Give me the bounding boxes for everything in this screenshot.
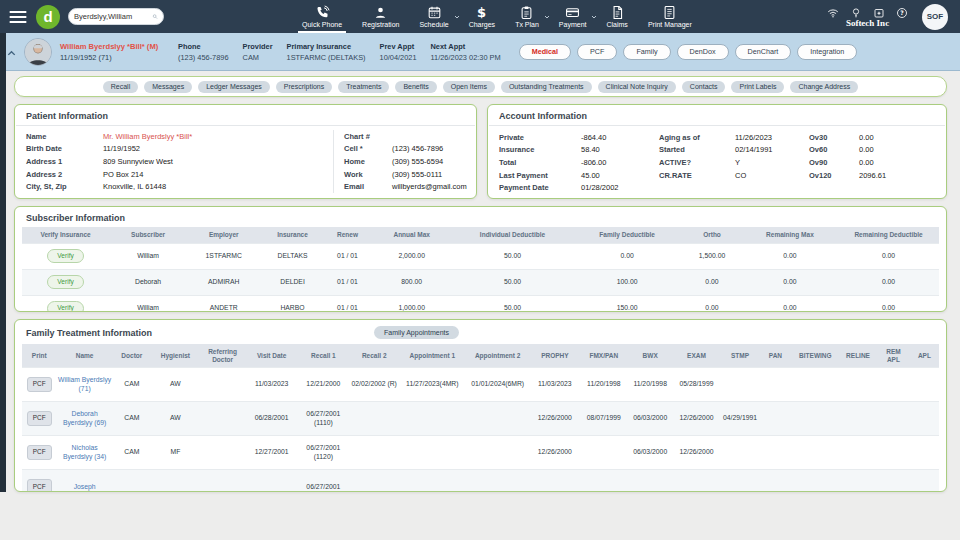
table-cell [910, 402, 939, 436]
column-header-recall-1: Recall 1 [298, 344, 349, 368]
action-button-ledger-messages[interactable]: Ledger Messages [198, 81, 270, 93]
pill-integration[interactable]: Integration [797, 44, 857, 60]
table-row[interactable]: PCFJoseph06/27/2001 [22, 470, 939, 493]
kv-label: Aging as of [659, 133, 735, 142]
patient-name-link[interactable]: Joseph [74, 483, 96, 490]
table-cell [839, 402, 877, 436]
nav-item-quick-phone[interactable]: Quick Phone [292, 0, 352, 33]
table-cell: 12/27/2001 [245, 436, 298, 470]
table-cell: 12/26/2000 [672, 436, 721, 470]
patient-name-link[interactable]: Nicholas Byerdslyy (34) [63, 444, 106, 460]
claims-icon [610, 5, 625, 20]
table-cell [151, 470, 200, 493]
table-cell [877, 368, 910, 402]
table-cell: 800.00 [370, 269, 453, 295]
column-header-rem-apl: REM APL [877, 344, 910, 368]
pill-denchart[interactable]: DenChart [735, 44, 792, 60]
table-cell [465, 436, 530, 470]
pcf-print-button[interactable]: PCF [27, 411, 52, 427]
column-header-reline: RELINE [839, 344, 877, 368]
action-button-outstanding-treatments[interactable]: Outstanding Treatments [501, 81, 592, 93]
pill-pcf[interactable]: PCF [577, 44, 617, 60]
action-button-benefits[interactable]: Benefits [395, 81, 436, 93]
table-cell: DELDEI [260, 269, 324, 295]
pill-dendox[interactable]: DenDox [677, 44, 729, 60]
table-row[interactable]: PCFWilliam Byerdslyy (71)CAMAW11/03/2023… [22, 368, 939, 402]
table-cell: 1STFARMC [187, 243, 260, 269]
pcf-print-button[interactable]: PCF [27, 445, 52, 461]
action-button-contacts[interactable]: Contacts [682, 81, 726, 93]
nav-item-payment[interactable]: Payment [549, 0, 597, 33]
column-header-renew: Renew [325, 227, 371, 243]
inbox-plus-icon[interactable] [873, 5, 885, 17]
pill-medical[interactable]: Medical [519, 44, 571, 60]
table-cell [245, 470, 298, 493]
person-icon [373, 5, 388, 20]
user-avatar[interactable]: SOF [922, 4, 948, 30]
action-button-messages[interactable]: Messages [144, 81, 192, 93]
help-icon[interactable]: ? [896, 5, 908, 17]
action-button-prescriptions[interactable]: Prescriptions [276, 81, 332, 93]
patient-info-work: Work(309) 555-0111 [344, 168, 476, 181]
table-cell [792, 368, 839, 402]
action-button-clinical-note-inquiry[interactable]: Clinical Note Inquiry [598, 81, 676, 93]
patient-name-link[interactable]: William Byerdslyy (71) [58, 376, 111, 392]
account-field-private: Private-864.40 [499, 131, 659, 144]
patient-info-address-2: Address 2PO Box 214 [26, 168, 333, 181]
table-cell: 0.00 [838, 243, 939, 269]
table-cell: 100.00 [572, 269, 682, 295]
table-cell: 50.00 [453, 269, 572, 295]
table-row[interactable]: VerifyWilliamANDETRHARBO01 / 011,000.005… [22, 295, 939, 312]
table-row[interactable]: PCFNicholas Byerdslyy (34)CAMMF12/27/200… [22, 436, 939, 470]
table-row[interactable]: VerifyWilliam1STFARMCDELTAKS01 / 012,000… [22, 243, 939, 269]
table-cell: 1,000.00 [370, 295, 453, 312]
patient-search[interactable] [68, 8, 164, 25]
table-row[interactable]: VerifyDeborahADMIRAHDELDEI01 / 01800.005… [22, 269, 939, 295]
nav-items: Quick PhoneRegistrationSchedule$ChargesT… [292, 0, 702, 33]
action-button-recall[interactable]: Recall [103, 81, 138, 93]
action-button-change-address[interactable]: Change Address [790, 81, 858, 93]
table-cell [792, 436, 839, 470]
table-cell [672, 470, 721, 493]
hamburger-icon[interactable] [8, 9, 28, 25]
nav-item-claims[interactable]: Claims [596, 0, 637, 33]
table-cell: AW [151, 402, 200, 436]
verify-button[interactable]: Verify [47, 275, 84, 290]
kv-label: City, St, Zip [26, 182, 103, 191]
pcf-print-button[interactable]: PCF [27, 479, 52, 492]
family-appointments-button[interactable]: Family Appointments [374, 326, 459, 339]
pcf-print-button[interactable]: PCF [27, 377, 52, 393]
bulb-icon[interactable] [850, 5, 862, 17]
kv-value: (123) 456-7896 [392, 144, 443, 153]
kv-value[interactable]: Mr. William Byerdslyy *Bill* [103, 132, 192, 141]
column-header-bitewing: BITEWING [792, 344, 839, 368]
action-button-print-labels[interactable]: Print Labels [731, 81, 784, 93]
action-button-open-items[interactable]: Open Items [443, 81, 495, 93]
kv-value: 02/14/1991 [735, 145, 773, 154]
nav-item-print-manager[interactable]: Print Manager [638, 0, 702, 33]
search-input[interactable] [74, 12, 152, 21]
nav-item-charges[interactable]: $Charges [459, 0, 505, 33]
nav-item-tx-plan[interactable]: Tx Plan [505, 0, 549, 33]
patient-info-cell: Cell *(123) 456-7896 [344, 143, 476, 156]
kv-value: 11/26/2023 [735, 133, 772, 142]
table-cell [910, 436, 939, 470]
table-cell: 0.00 [682, 295, 742, 312]
patient-field-next-appt: Next Appt11/26/2023 02:30 PM [431, 42, 501, 62]
nav-item-schedule[interactable]: Schedule [409, 0, 458, 33]
action-button-treatments[interactable]: Treatments [338, 81, 389, 93]
verify-button[interactable]: Verify [47, 249, 84, 264]
patient-identity[interactable]: William Byerdslyy *Bill* (M) 11/19/1952 … [60, 42, 178, 62]
status-group: ? Softech Inc [827, 5, 908, 28]
chevron-up-icon[interactable] [6, 45, 20, 59]
patient-name-link[interactable]: Deborah Byerdslyy (69) [63, 410, 106, 426]
pill-family[interactable]: Family [623, 44, 670, 60]
nav-item-registration[interactable]: Registration [352, 0, 409, 33]
table-row[interactable]: PCFDeborah Byerdslyy (69)CAMAW06/28/2001… [22, 402, 939, 436]
table-cell: 01/01/2024(6MR) [465, 368, 530, 402]
account-field-aging-as-of: Aging as of11/26/2023 [659, 131, 809, 144]
brand-logo[interactable]: d [36, 5, 60, 29]
verify-button[interactable]: Verify [47, 301, 84, 312]
table-cell: 01 / 01 [325, 269, 371, 295]
wifi-icon[interactable] [827, 5, 839, 17]
